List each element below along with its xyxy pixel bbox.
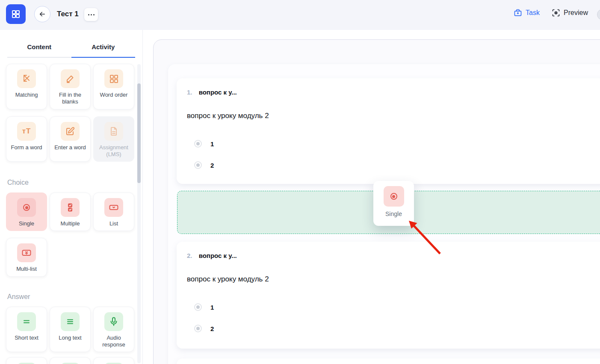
radio-button[interactable] bbox=[194, 325, 202, 332]
page-title: Тест 1 bbox=[57, 10, 79, 18]
preview-button[interactable]: Preview bbox=[552, 9, 588, 17]
arrow-left-icon bbox=[38, 10, 46, 18]
tab-content[interactable]: Content bbox=[7, 36, 71, 57]
card-label: Matching bbox=[15, 92, 38, 98]
answer-option: 1 bbox=[194, 303, 598, 311]
card-label: Long text bbox=[59, 334, 82, 341]
dragged-single-card[interactable]: Single bbox=[373, 181, 414, 226]
list-item-partial[interactable] bbox=[93, 357, 134, 364]
pencil-icon bbox=[61, 69, 80, 88]
radio-icon bbox=[17, 198, 36, 217]
card-label: Enter a word bbox=[54, 144, 86, 151]
list-item-partial[interactable] bbox=[6, 357, 47, 364]
answer-card-audio-response[interactable]: Audio response bbox=[93, 307, 134, 352]
choice-card-grid: Single Multiple List bbox=[6, 192, 134, 277]
question-body: вопрос к уроку модуль 2 bbox=[187, 112, 598, 120]
activity-card-word-order[interactable]: Word order bbox=[93, 64, 134, 109]
more-options-button[interactable] bbox=[84, 8, 98, 21]
briefcase-icon bbox=[514, 9, 522, 17]
card-label: Short text bbox=[15, 334, 38, 341]
question-card-partial[interactable] bbox=[177, 358, 600, 364]
radio-button[interactable] bbox=[194, 161, 202, 169]
top-bar: Тест 1 Task Preview bbox=[0, 0, 600, 30]
answer-option: 2 bbox=[194, 325, 598, 332]
checkboxes-icon bbox=[61, 198, 80, 217]
question-body: вопрос к уроку модуль 2 bbox=[187, 275, 598, 284]
long-lines-icon bbox=[61, 312, 80, 331]
card-label: Multi-list bbox=[16, 266, 37, 272]
question-card-1[interactable]: 1. вопрос к у... вопрос к уроку модуль 2… bbox=[177, 78, 600, 184]
radio-icon bbox=[384, 186, 404, 207]
short-lines-icon bbox=[17, 312, 36, 331]
option-label: 1 bbox=[210, 304, 214, 311]
card-label: Single bbox=[19, 220, 34, 227]
radio-button[interactable] bbox=[194, 303, 202, 311]
answer-option: 2 bbox=[194, 161, 598, 169]
card-label: List bbox=[109, 220, 118, 227]
editor-canvas: 1. вопрос к у... вопрос к уроку модуль 2… bbox=[143, 30, 600, 364]
activity-card-matching[interactable]: Matching bbox=[6, 64, 47, 109]
answer-card-grid-partial bbox=[6, 357, 134, 364]
question-header: 2. вопрос к у... bbox=[187, 252, 598, 259]
tab-activity[interactable]: Activity bbox=[71, 36, 136, 57]
ellipsis-icon bbox=[88, 14, 89, 15]
drag-card-label: Single bbox=[385, 210, 402, 217]
back-button[interactable] bbox=[34, 6, 50, 22]
choice-card-single[interactable]: Single bbox=[6, 192, 47, 231]
select-icon bbox=[104, 198, 123, 217]
option-label: 2 bbox=[210, 162, 214, 169]
answer-card-short-text[interactable]: Short text bbox=[6, 307, 47, 352]
activity-card-enter-word[interactable]: Enter a word bbox=[50, 116, 91, 162]
clipped-edge-button[interactable] bbox=[597, 9, 600, 20]
option-label: 1 bbox=[210, 140, 214, 148]
card-label: Form a word bbox=[11, 144, 42, 151]
question-title: вопрос к у... bbox=[199, 89, 237, 96]
choice-card-multi-list[interactable]: Multi-list bbox=[6, 238, 47, 276]
card-label: Assignment (LMS) bbox=[95, 144, 132, 158]
answer-card-grid: Short text Long text Audio response bbox=[6, 307, 134, 352]
option-label: 2 bbox=[210, 325, 214, 332]
question-number: 2. bbox=[187, 252, 192, 259]
text-size-icon: тT bbox=[17, 122, 36, 141]
question-title: вопрос к у... bbox=[199, 252, 237, 259]
choice-card-multiple[interactable]: Multiple bbox=[50, 192, 91, 231]
task-button[interactable]: Task bbox=[514, 9, 540, 17]
task-label: Task bbox=[526, 9, 540, 17]
activity-card-grid: Matching Fill in the blanks Word order т… bbox=[6, 64, 134, 162]
question-card-2[interactable]: 2. вопрос к у... вопрос к уроку модуль 2… bbox=[177, 242, 600, 349]
microphone-icon bbox=[104, 312, 123, 331]
question-number: 1. bbox=[187, 89, 192, 96]
activity-card-form-word[interactable]: тT Form a word bbox=[6, 116, 47, 162]
activity-card-assignment-lms: Assignment (LMS) bbox=[93, 116, 134, 162]
card-label: Word order bbox=[100, 92, 128, 98]
card-label: Multiple bbox=[61, 220, 80, 227]
app-menu-button[interactable] bbox=[6, 4, 26, 24]
sidebar-tabs: Content Activity bbox=[7, 36, 135, 58]
list-item-partial[interactable] bbox=[50, 357, 91, 364]
document-icon bbox=[104, 122, 123, 141]
edit-square-icon bbox=[61, 122, 80, 141]
sidebar-scrollbar-thumb[interactable] bbox=[137, 83, 141, 183]
matching-arrows-icon bbox=[17, 69, 36, 88]
scan-eye-icon bbox=[552, 9, 560, 17]
answer-option: 1 bbox=[194, 140, 598, 148]
sidebar: Content Activity Matching Fill in the bl… bbox=[0, 30, 143, 364]
activity-card-fill-blanks[interactable]: Fill in the blanks bbox=[50, 64, 91, 109]
answer-card-long-text[interactable]: Long text bbox=[50, 307, 91, 352]
card-label: Audio response bbox=[95, 334, 132, 349]
radio-button[interactable] bbox=[194, 140, 202, 148]
section-heading-choice: Choice bbox=[7, 179, 142, 186]
grid-icon bbox=[104, 69, 123, 88]
section-heading-answer: Answer bbox=[7, 293, 142, 301]
multi-select-icon bbox=[17, 243, 36, 262]
grid-icon bbox=[11, 9, 21, 19]
card-label: Fill in the blanks bbox=[52, 92, 89, 106]
preview-label: Preview bbox=[564, 9, 588, 17]
choice-card-list[interactable]: List bbox=[93, 192, 134, 231]
question-header: 1. вопрос к у... bbox=[187, 89, 598, 96]
